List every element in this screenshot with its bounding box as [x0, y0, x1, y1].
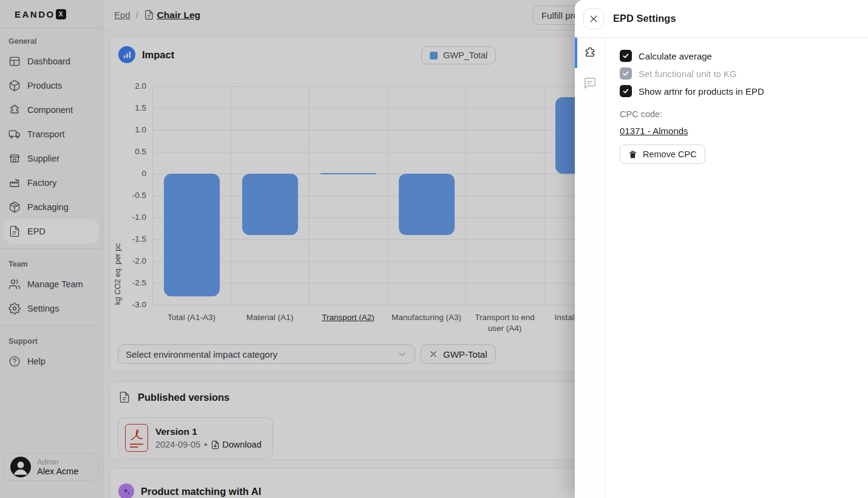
- checkbox-calculate-average[interactable]: Calculate average: [620, 50, 853, 62]
- puzzle-icon: [583, 46, 597, 60]
- cpc-code-link[interactable]: 01371 - Almonds: [620, 126, 688, 136]
- checkbox-label: Show artnr for products in EPD: [639, 86, 764, 97]
- tab-comments[interactable]: [575, 68, 605, 98]
- panel-tab-rail: [575, 38, 605, 498]
- checkbox-show-artnr[interactable]: Show artnr for products in EPD: [620, 85, 853, 97]
- remove-cpc-label: Remove CPC: [643, 149, 697, 159]
- checkbox-label: Calculate average: [639, 51, 712, 61]
- trash-icon: [628, 150, 637, 159]
- close-icon: [589, 14, 598, 24]
- checkbox-checked-icon: [620, 67, 632, 80]
- panel-header: EPD Settings: [575, 0, 868, 38]
- checkbox-checked-icon: [620, 50, 632, 62]
- close-button[interactable]: [583, 9, 604, 29]
- checkbox-label: Set functional unit to KG: [639, 69, 737, 79]
- epd-settings-panel: EPD Settings Calculate average Set funct…: [575, 0, 868, 498]
- comment-icon: [583, 77, 597, 90]
- checkbox-functional-unit-kg: Set functional unit to KG: [620, 67, 853, 80]
- panel-content: Calculate average Set functional unit to…: [605, 38, 868, 498]
- cpc-code-label: CPC code:: [620, 109, 853, 119]
- panel-title: EPD Settings: [613, 13, 676, 24]
- checkbox-checked-icon: [620, 85, 632, 97]
- tab-settings-puzzle[interactable]: [575, 38, 605, 68]
- remove-cpc-button[interactable]: Remove CPC: [620, 145, 705, 164]
